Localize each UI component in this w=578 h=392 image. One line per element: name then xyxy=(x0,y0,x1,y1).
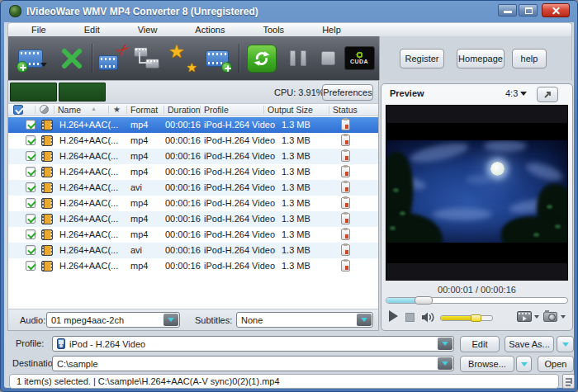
table-row[interactable]: H.264+AAC(... mp4 00:00:16 iPod-H.264 Vi… xyxy=(8,164,378,180)
sort-ascending-icon[interactable]: ▲ xyxy=(91,106,97,111)
video-file-icon xyxy=(41,229,53,240)
profile-select[interactable]: iPod - H.264 Video xyxy=(52,336,454,352)
add-video-button[interactable] xyxy=(13,41,48,75)
homepage-button[interactable]: Homepage xyxy=(457,49,505,68)
row-checkbox[interactable] xyxy=(26,120,36,130)
stop-button[interactable] xyxy=(310,41,345,75)
stop-square-icon xyxy=(321,51,335,65)
table-row[interactable]: H.264+AAC(... mp4 00:00:16 iPod-H.264 Vi… xyxy=(8,258,378,274)
volume-slider[interactable] xyxy=(440,315,493,321)
column-star-icon[interactable]: ★ xyxy=(113,105,121,114)
row-output-size: 1.3 MB xyxy=(282,120,310,130)
chevron-down-icon[interactable] xyxy=(534,315,539,319)
subtitles-select[interactable]: None xyxy=(236,312,373,328)
status-icon xyxy=(341,182,350,193)
volume-handle[interactable] xyxy=(471,314,481,322)
browse-button[interactable]: Browse... xyxy=(460,356,514,372)
column-profile[interactable]: Profile xyxy=(204,105,229,115)
column-name[interactable]: Name xyxy=(58,105,81,115)
row-checkbox[interactable] xyxy=(26,229,36,239)
column-separator xyxy=(108,106,109,114)
table-row[interactable]: H.264+AAC(... avi 00:00:16 iPod-H.264 Vi… xyxy=(8,180,378,196)
speaker-icon[interactable] xyxy=(422,312,434,324)
table-row[interactable]: H.264+AAC(... mp4 00:00:16 iPod-H.264 Vi… xyxy=(8,149,378,164)
table-row[interactable]: H.264+AAC(... mp4 00:00:16 iPod-H.264 Vi… xyxy=(8,117,378,133)
convert-button[interactable] xyxy=(244,41,279,75)
menu-view[interactable]: View xyxy=(138,25,158,35)
row-checkbox[interactable] xyxy=(26,245,36,255)
statusbar-text: 1 item(s) selected. | C:\sample\H.264+AA… xyxy=(17,376,280,386)
column-duration[interactable]: Duration xyxy=(168,105,201,115)
row-checkbox[interactable] xyxy=(26,135,36,145)
edit-profile-button[interactable]: Edit xyxy=(460,336,500,352)
statusbar-grip-icon[interactable] xyxy=(562,374,575,389)
video-frame xyxy=(386,140,567,243)
audio-value: 01 mpeg4aac-2ch xyxy=(51,315,124,325)
row-output-size: 1.3 MB xyxy=(282,245,310,255)
menu-help[interactable]: Help xyxy=(322,25,341,35)
merge-button[interactable] xyxy=(130,41,165,75)
camera-icon[interactable] xyxy=(543,312,557,322)
column-separator xyxy=(263,106,264,114)
save-as-button[interactable]: Save As... xyxy=(505,336,554,352)
open-button[interactable]: Open xyxy=(538,356,574,372)
preferences-button[interactable]: Preferences xyxy=(322,84,373,101)
row-checkbox[interactable] xyxy=(26,198,36,208)
table-row[interactable]: H.264+AAC(... mp4 00:00:16 iPod-H.264 Vi… xyxy=(8,211,378,227)
table-row[interactable]: H.264+AAC(... mp4 00:00:16 iPod-H.264 Vi… xyxy=(8,133,378,149)
select-all-checkbox[interactable] xyxy=(13,105,23,115)
remove-button[interactable] xyxy=(54,41,89,75)
row-checkbox[interactable] xyxy=(26,214,36,224)
table-row[interactable]: H.264+AAC(... mp4 00:00:16 iPod-H.264 Vi… xyxy=(8,227,378,243)
row-duration: 00:00:16 xyxy=(165,120,201,130)
minimize-button[interactable] xyxy=(498,4,517,17)
aspect-ratio-select[interactable]: 4:3 xyxy=(505,88,527,98)
dropdown-button[interactable] xyxy=(163,314,178,326)
dropdown-button[interactable] xyxy=(438,338,452,350)
row-output-size: 1.3 MB xyxy=(282,261,310,271)
browse-dropdown-button[interactable] xyxy=(516,356,532,372)
green-x-icon xyxy=(60,47,83,70)
dropdown-button[interactable] xyxy=(357,314,372,326)
row-checkbox[interactable] xyxy=(26,261,36,271)
close-button[interactable] xyxy=(542,3,570,17)
row-checkbox[interactable] xyxy=(26,151,36,161)
row-output-size: 1.3 MB xyxy=(282,229,310,239)
clip-button[interactable]: ✂ xyxy=(96,41,130,75)
seek-bar[interactable] xyxy=(386,297,568,304)
add-film-button[interactable] xyxy=(200,41,235,75)
toolbar: ✂ ★ ★ xyxy=(7,36,572,80)
register-button[interactable]: Register xyxy=(400,49,444,68)
row-duration: 00:00:16 xyxy=(165,214,201,224)
table-row[interactable]: H.264+AAC(... mp4 00:00:16 iPod-H.264 Vi… xyxy=(8,196,378,211)
stop-playback-button[interactable] xyxy=(405,313,415,322)
detach-preview-button[interactable] xyxy=(537,87,558,102)
effect-button[interactable]: ★ ★ xyxy=(165,41,200,75)
subtitles-value: None xyxy=(241,315,263,325)
menu-actions[interactable]: Actions xyxy=(195,25,225,35)
table-row[interactable]: H.264+AAC(... avi 00:00:16 iPod-H.264 Vi… xyxy=(8,243,378,258)
play-button[interactable] xyxy=(389,310,398,322)
dropdown-button[interactable] xyxy=(438,357,452,370)
row-checkbox[interactable] xyxy=(26,182,36,192)
row-checkbox[interactable] xyxy=(26,167,36,177)
column-format[interactable]: Format xyxy=(130,105,158,115)
seek-handle[interactable] xyxy=(415,296,433,305)
audio-select[interactable]: 01 mpeg4aac-2ch xyxy=(46,312,180,328)
destination-select[interactable]: C:\sample xyxy=(52,356,454,371)
toolbar-separator xyxy=(92,44,92,73)
column-output-size[interactable]: Output Size xyxy=(268,105,313,115)
menu-edit[interactable]: Edit xyxy=(84,25,100,35)
save-as-dropdown-button[interactable] xyxy=(557,336,574,352)
row-duration: 00:00:16 xyxy=(165,135,201,145)
snapshot-film-icon[interactable] xyxy=(517,311,532,322)
menu-file[interactable]: File xyxy=(31,25,46,35)
column-status[interactable]: Status xyxy=(333,105,358,115)
menu-tools[interactable]: Tools xyxy=(263,25,284,35)
chevron-down-icon[interactable] xyxy=(561,315,566,319)
row-profile: iPod-H.264 Video xyxy=(204,182,275,192)
maximize-button[interactable] xyxy=(519,4,538,17)
globe-column-icon[interactable] xyxy=(40,105,49,114)
help-button[interactable]: help xyxy=(512,49,547,68)
cuda-badge: CUDA xyxy=(342,41,377,75)
